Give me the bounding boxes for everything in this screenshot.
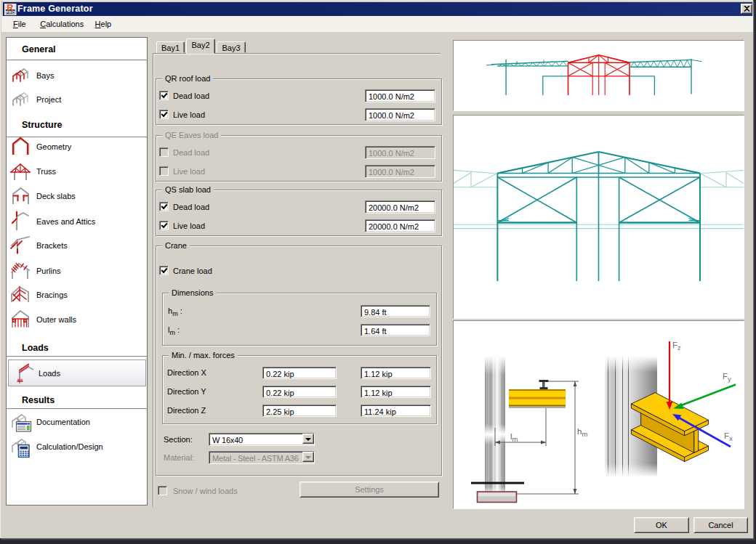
direction-x-max-field[interactable]: 1.12 kip (361, 367, 431, 379)
tab-strip-baseline-highlight (153, 54, 441, 54)
group-title: Crane (162, 241, 190, 251)
cancel-button[interactable]: Cancel (693, 517, 748, 533)
qe-live-load-field: 1000.0 N/m2 (365, 165, 435, 178)
svg-text:R: R (7, 3, 13, 13)
project-icon (10, 89, 32, 110)
qr-dead-load-label: Dead load (173, 92, 209, 100)
qs-dead-load-field[interactable]: 20000.0 N/m2 (365, 200, 435, 214)
separator (7, 60, 147, 61)
section-combobox[interactable]: W 16x40 (209, 433, 315, 446)
sidebar-item-purlins[interactable]: Purlins (7, 259, 147, 283)
menu-help[interactable]: Help (95, 16, 112, 32)
geometry-icon (10, 136, 32, 158)
sidebar-item-outer-walls[interactable]: Outer walls (7, 307, 147, 332)
direction-y-max-field[interactable]: 1.12 kip (361, 386, 431, 398)
direction-x-min-field[interactable]: 0.22 kip (262, 367, 337, 379)
material-combobox: Metal - Steel - ASTM A36 (209, 451, 315, 464)
section-label: Section: (164, 435, 193, 444)
menu-calculations[interactable]: Calculations (40, 16, 84, 32)
qe-dead-load-field: 1000.0 N/m2 (365, 146, 435, 159)
window-title: Frame Generator (17, 4, 93, 14)
material-value: Metal - Steel - ASTM A36 (212, 454, 299, 463)
settings-button: Settings (299, 482, 439, 498)
group-dimensions: Dimensions hm : 9.84 ft lm : 1.64 ft (162, 293, 437, 346)
force-fz-label: Fz (672, 341, 681, 352)
hm-label: hm : (168, 306, 182, 317)
group-title: Min. / max. forces (169, 351, 238, 360)
direction-z-min-field[interactable]: 2.25 kip (262, 405, 337, 417)
group-title: QS slab load (162, 185, 214, 195)
lm-field[interactable]: 1.64 ft (361, 324, 430, 336)
menubar: File Calculations Help (1, 16, 753, 33)
sidebar-item-bracings[interactable]: Bracings (7, 283, 147, 307)
deck-slabs-icon (10, 185, 32, 207)
sidebar-item-documentation[interactable]: Documentation (7, 410, 147, 434)
sidebar-item-deck-slabs[interactable]: Deck slabs (7, 184, 147, 208)
close-button[interactable] (741, 4, 752, 14)
qs-dead-load-label: Dead load (173, 203, 209, 211)
section-dropdown-arrow-icon[interactable] (302, 434, 314, 444)
group-min-max-forces: Min. / max. forces Direction X 0.22 kip … (162, 355, 437, 424)
purlins-icon (10, 260, 32, 282)
sidebar-header-structure: Structure (22, 120, 63, 130)
qs-live-load-checkbox[interactable] (159, 221, 169, 230)
qr-dead-load-field[interactable]: 1000.0 N/m2 (365, 89, 435, 102)
sidebar: General Bays Project Structure Geometry … (6, 37, 148, 506)
eaves-attics-icon (10, 211, 32, 232)
snow-wind-loads-checkbox (158, 486, 167, 495)
brackets-icon (10, 235, 32, 256)
qs-live-load-field[interactable]: 20000.0 N/m2 (365, 219, 435, 232)
calculation-design-icon (10, 436, 32, 458)
preview-card-bay-elevation (453, 115, 744, 319)
crane-load-label: Crane load (173, 267, 212, 275)
crane-load-checkbox[interactable] (159, 266, 169, 275)
qs-live-load-label: Live load (173, 222, 205, 230)
preview-card-bays-overview (453, 40, 744, 111)
direction-z-max-field[interactable]: 11.24 kip (361, 405, 431, 417)
material-dropdown-arrow-icon (302, 452, 314, 462)
group-qs-slab-load: QS slab load Dead load 20000.0 N/m2 Live… (156, 190, 442, 236)
sidebar-item-brackets[interactable]: Brackets (7, 233, 147, 258)
qr-dead-load-checkbox[interactable] (159, 91, 169, 100)
sidebar-item-loads[interactable]: Loads (8, 360, 146, 386)
lm-label: lm : (168, 325, 180, 336)
sidebar-item-calculation-design[interactable]: Calculation/Design (7, 434, 147, 459)
sidebar-item-geometry[interactable]: Geometry (7, 134, 147, 159)
lm-dim-label: lm (510, 432, 518, 443)
group-crane: Crane Crane load Dimensions hm : 9.84 ft… (156, 245, 442, 476)
sidebar-item-bays[interactable]: Bays (7, 63, 147, 88)
qe-live-load-checkbox (159, 166, 169, 176)
titlebar[interactable]: PRO R Frame Generator (3, 2, 752, 16)
qe-dead-load-checkbox (159, 147, 169, 157)
qr-live-load-label: Live load (173, 110, 205, 119)
force-fy-label: Fy (723, 372, 731, 383)
qr-live-load-checkbox[interactable] (159, 110, 169, 119)
tab-page-border-highlight (153, 54, 154, 508)
group-qr-roof-load: QR roof load Dead load 1000.0 N/m2 Live … (156, 78, 442, 125)
force-fy-arrow (673, 385, 736, 410)
tab-bay2[interactable]: Bay2 (186, 38, 215, 54)
group-qe-eaves-load: QE Eaves load Dead load 1000.0 N/m2 Live… (156, 135, 442, 182)
ok-button[interactable]: OK (634, 517, 689, 533)
sidebar-item-truss[interactable]: Truss (7, 159, 147, 184)
direction-y-min-field[interactable]: 0.22 kip (262, 386, 337, 398)
separator (7, 356, 147, 357)
sidebar-header-loads: Loads (22, 343, 49, 353)
qs-dead-load-checkbox[interactable] (159, 202, 169, 211)
bay-elevation-drawing (454, 115, 744, 318)
app-logo-icon: PRO R (4, 3, 17, 15)
hm-field[interactable]: 9.84 ft (361, 305, 430, 317)
section-value: W 16x40 (212, 436, 243, 444)
direction-z-label: Direction Z (167, 406, 206, 415)
sidebar-item-project[interactable]: Project (7, 87, 147, 112)
bays-overview-drawing (454, 41, 744, 110)
menu-file[interactable]: File (13, 16, 26, 32)
material-label: Material: (164, 453, 194, 462)
tab-bay1[interactable]: Bay1 (156, 41, 185, 53)
qr-live-load-field[interactable]: 1000.0 N/m2 (365, 108, 435, 121)
sidebar-item-eaves-and-attics[interactable]: Eaves and Attics (7, 209, 147, 234)
tab-bay3[interactable]: Bay3 (217, 41, 246, 53)
group-title: Dimensions (169, 288, 216, 298)
outer-walls-icon (10, 309, 32, 330)
loads-icon (13, 362, 36, 386)
